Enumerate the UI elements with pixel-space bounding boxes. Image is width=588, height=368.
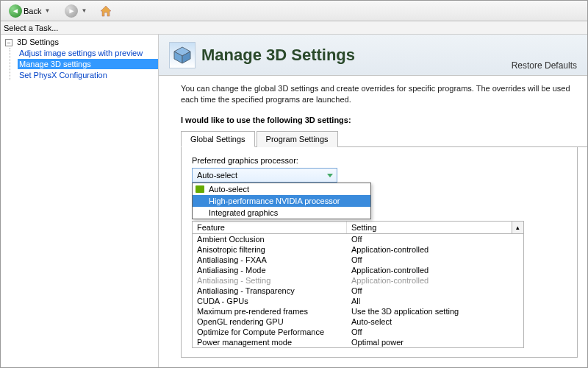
- dropdown-option-integrated[interactable]: Integrated graphics: [193, 207, 370, 219]
- cell-feature: Antialiasing - FXAA: [193, 255, 347, 265]
- cell-feature: Antialiasing - Mode: [193, 265, 347, 275]
- cell-feature: Ambient Occlusion: [193, 234, 347, 244]
- preferred-processor-label: Preferred graphics processor:: [192, 156, 567, 165]
- home-button[interactable]: [99, 5, 112, 17]
- table-row[interactable]: Ambient OcclusionOff: [193, 234, 523, 244]
- dropdown-option-label: High-performance NVIDIA processor: [209, 197, 340, 205]
- tab-row: Global Settings Program Settings: [181, 130, 587, 147]
- table-row[interactable]: Power management modeOptimal power: [193, 337, 523, 347]
- tab-program-settings[interactable]: Program Settings: [257, 131, 338, 147]
- page-header: Manage 3D Settings Restore Defaults: [159, 35, 587, 76]
- toolbar: ◄ Back ▼ ► ▼: [1, 1, 587, 21]
- table-row[interactable]: Antialiasing - ModeApplication-controlle…: [193, 265, 523, 275]
- tree-root-label[interactable]: 3D Settings: [17, 38, 59, 46]
- cell-feature: Antialiasing - Setting: [193, 275, 347, 286]
- cell-setting: All: [347, 296, 523, 306]
- table-row[interactable]: Anisotropic filteringApplication-control…: [193, 244, 523, 255]
- back-arrow-icon: ◄: [9, 4, 22, 18]
- forward-arrow-icon: ►: [65, 4, 78, 18]
- home-icon: [99, 5, 112, 17]
- page-subhead: I would like to use the following 3D set…: [159, 110, 587, 130]
- table-row[interactable]: Maximum pre-rendered framesUse the 3D ap…: [193, 306, 523, 316]
- dropdown-option-label: Integrated graphics: [209, 208, 278, 217]
- cell-setting: Auto-select: [347, 316, 523, 327]
- back-button[interactable]: ◄ Back ▼: [4, 2, 57, 20]
- tab-body: Preferred graphics processor: Auto-selec…: [181, 147, 578, 358]
- preferred-processor-select[interactable]: Auto-select: [192, 168, 337, 183]
- preferred-processor-dropdown: Auto-select High-performance NVIDIA proc…: [192, 183, 371, 219]
- cell-setting: Use the 3D application setting: [347, 306, 523, 316]
- table-row[interactable]: Antialiasing - SettingApplication-contro…: [193, 275, 523, 286]
- header-feature: Feature: [193, 222, 347, 233]
- cell-setting: Off: [347, 286, 523, 296]
- scroll-up-button[interactable]: ▴: [512, 222, 523, 233]
- cell-setting: Off: [347, 327, 523, 337]
- tree-children: Adjust image settings with preview Manag…: [10, 48, 158, 80]
- sidebar-item-adjust-image[interactable]: Adjust image settings with preview: [18, 48, 158, 58]
- dropdown-option-high-performance[interactable]: High-performance NVIDIA processor: [193, 195, 370, 207]
- table-row[interactable]: OpenGL rendering GPUAuto-select: [193, 316, 523, 327]
- page-icon: [169, 42, 196, 68]
- restore-defaults-link[interactable]: Restore Defaults: [512, 60, 577, 71]
- table-row[interactable]: Antialiasing - TransparencyOff: [193, 286, 523, 296]
- content-pane: Manage 3D Settings Restore Defaults You …: [159, 35, 587, 367]
- preferred-processor-combo: Auto-select Auto-select High-performance…: [192, 168, 337, 183]
- settings-table-header: Feature Setting ▴: [192, 221, 524, 234]
- settings-list[interactable]: Ambient OcclusionOffAnisotropic filterin…: [192, 234, 524, 348]
- dropdown-option-auto-select[interactable]: Auto-select: [193, 183, 370, 195]
- sidebar: − 3D Settings Adjust image settings with…: [1, 35, 159, 367]
- cell-setting: Application-controlled: [347, 244, 523, 255]
- sidebar-item-physx[interactable]: Set PhysX Configuration: [18, 70, 158, 80]
- cell-setting: Application-controlled: [347, 265, 523, 275]
- page-description: You can change the global 3D settings an…: [159, 76, 587, 110]
- cell-feature: CUDA - GPUs: [193, 296, 347, 306]
- svg-marker-0: [101, 6, 111, 16]
- chevron-down-icon: ▼: [43, 7, 51, 14]
- cell-setting: Optimal power: [347, 337, 523, 347]
- forward-button[interactable]: ► ▼: [60, 2, 93, 20]
- table-row[interactable]: Antialiasing - FXAAOff: [193, 255, 523, 265]
- cell-feature: Antialiasing - Transparency: [193, 286, 347, 296]
- cell-setting: Off: [347, 234, 523, 244]
- cell-feature: Maximum pre-rendered frames: [193, 306, 347, 316]
- tabs-container: Global Settings Program Settings Preferr…: [181, 130, 587, 358]
- main-area: − 3D Settings Adjust image settings with…: [1, 35, 587, 367]
- tab-global-settings[interactable]: Global Settings: [181, 131, 255, 147]
- back-label: Back: [24, 7, 41, 15]
- sidebar-item-manage-3d[interactable]: Manage 3D settings: [18, 59, 158, 69]
- cell-feature: Optimize for Compute Performance: [193, 327, 347, 337]
- nvidia-icon: [196, 185, 204, 193]
- tree-collapse-icon[interactable]: −: [5, 39, 12, 46]
- cell-feature: OpenGL rendering GPU: [193, 316, 347, 327]
- chevron-down-icon: ▼: [79, 7, 88, 14]
- task-selector-label: Select a Task...: [4, 24, 58, 32]
- table-row[interactable]: Optimize for Compute PerformanceOff: [193, 327, 523, 337]
- tree-root: − 3D Settings Adjust image settings with…: [1, 38, 158, 80]
- cell-setting: Off: [347, 255, 523, 265]
- cell-setting: Application-controlled: [347, 275, 523, 286]
- task-selector-bar[interactable]: Select a Task...: [1, 21, 587, 35]
- dropdown-option-label: Auto-select: [209, 185, 249, 194]
- settings-table: Feature Setting ▴ Ambient OcclusionOffAn…: [192, 221, 524, 348]
- page-title: Manage 3D Settings: [201, 46, 355, 65]
- cell-feature: Power management mode: [193, 337, 347, 347]
- header-setting: Setting: [347, 222, 512, 233]
- cube-icon: [173, 46, 192, 65]
- cell-feature: Anisotropic filtering: [193, 244, 347, 255]
- table-row[interactable]: CUDA - GPUsAll: [193, 296, 523, 306]
